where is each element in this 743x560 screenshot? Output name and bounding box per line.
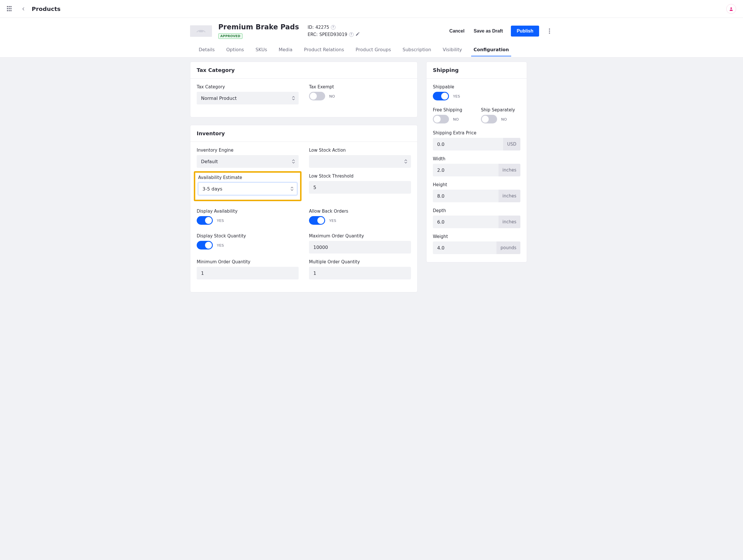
display-stock-label: Display Stock Quantity: [197, 233, 299, 239]
breadcrumb[interactable]: Products: [32, 5, 60, 12]
tab-media[interactable]: Media: [278, 43, 293, 57]
tab-skus[interactable]: SKUs: [255, 43, 267, 57]
tax-exempt-state: NO: [329, 94, 335, 98]
extra-price-label: Shipping Extra Price: [433, 130, 520, 136]
tab-subscription[interactable]: Subscription: [402, 43, 432, 57]
erc-value: SPEED93019: [319, 32, 347, 37]
display-stock-toggle[interactable]: [197, 241, 213, 249]
width-unit: inches: [498, 164, 520, 176]
availability-estimate-label: Availability Estimate: [198, 175, 297, 180]
depth-unit: inches: [498, 216, 520, 228]
low-stock-action-select[interactable]: [309, 155, 411, 168]
height-input[interactable]: 8.0: [433, 190, 498, 202]
allow-backorders-toggle[interactable]: [309, 216, 325, 225]
ship-separately-label: Ship Separately: [481, 107, 520, 112]
min-order-input[interactable]: 1: [197, 267, 299, 279]
id-label: ID:: [308, 25, 314, 30]
extra-price-unit: USD: [503, 138, 520, 150]
tax-exempt-toggle[interactable]: [309, 92, 325, 100]
ship-separately-toggle[interactable]: [481, 115, 497, 124]
status-badge: APPROVED: [218, 33, 243, 39]
tab-options[interactable]: Options: [225, 43, 245, 57]
tax-category-card: Tax Category Tax Category Normal Product: [190, 61, 418, 118]
free-shipping-state: NO: [453, 117, 459, 122]
tax-card-title: Tax Category: [197, 67, 411, 73]
svg-point-0: [730, 7, 732, 9]
product-header: Premium Brake Pads APPROVED ID: 42275 ? …: [190, 18, 553, 42]
shippable-label: Shippable: [433, 84, 520, 90]
height-unit: inches: [498, 190, 520, 202]
tabs: DetailsOptionsSKUsMediaProduct Relations…: [0, 42, 743, 57]
save-draft-button[interactable]: Save as Draft: [473, 26, 504, 36]
product-thumbnail: [190, 25, 212, 37]
shipping-card: Shipping Shippable YES Free Shipping: [426, 61, 527, 263]
shippable-state: YES: [453, 94, 460, 98]
tab-visibility[interactable]: Visibility: [442, 43, 463, 57]
chevron-updown-icon: [292, 159, 295, 164]
depth-label: Depth: [433, 208, 520, 213]
free-shipping-label: Free Shipping: [433, 107, 472, 112]
product-title: Premium Brake Pads: [218, 23, 299, 31]
shipping-card-title: Shipping: [433, 67, 520, 73]
depth-input[interactable]: 6.0: [433, 216, 498, 228]
inventory-card: Inventory Inventory Engine Default: [190, 125, 418, 292]
max-order-label: Maximum Order Quantity: [309, 233, 411, 239]
availability-estimate-select[interactable]: 3-5 days: [198, 182, 297, 195]
width-label: Width: [433, 156, 520, 161]
inventory-card-title: Inventory: [197, 130, 411, 136]
edit-erc-icon[interactable]: [355, 32, 360, 37]
tax-category-label: Tax Category: [197, 84, 299, 90]
mult-order-label: Multiple Order Quantity: [309, 259, 411, 265]
display-availability-label: Display Availability: [197, 208, 299, 214]
allow-backorders-state: YES: [329, 219, 336, 223]
mult-order-input[interactable]: 1: [309, 267, 411, 279]
weight-unit: pounds: [496, 241, 520, 254]
tab-details[interactable]: Details: [198, 43, 215, 57]
ship-separately-state: NO: [501, 117, 507, 122]
low-stock-threshold-input[interactable]: 5: [309, 181, 411, 194]
id-value: 42275: [315, 25, 329, 30]
extra-price-input[interactable]: 0.0: [433, 138, 503, 150]
erc-label: ERC:: [308, 32, 318, 37]
topbar: Products: [0, 0, 743, 18]
weight-input[interactable]: 4.0: [433, 241, 496, 254]
publish-button[interactable]: Publish: [511, 26, 539, 37]
width-input[interactable]: 2.0: [433, 164, 498, 176]
chevron-updown-icon: [404, 159, 407, 164]
more-actions-icon[interactable]: [546, 29, 553, 34]
low-stock-threshold-label: Low Stock Threshold: [309, 174, 411, 179]
chevron-updown-icon: [291, 187, 294, 191]
min-order-label: Minimum Order Quantity: [197, 259, 299, 265]
back-arrow-icon[interactable]: [21, 6, 26, 11]
apps-grid-icon[interactable]: [7, 6, 13, 12]
availability-estimate-value: 3-5 days: [203, 186, 222, 192]
tax-exempt-label: Tax Exempt: [309, 84, 411, 90]
max-order-input[interactable]: 10000: [309, 241, 411, 253]
info-icon[interactable]: ?: [331, 25, 336, 30]
display-stock-state: YES: [217, 243, 224, 247]
inventory-engine-label: Inventory Engine: [197, 148, 299, 153]
inventory-engine-select[interactable]: Default: [197, 155, 299, 168]
chevron-updown-icon: [292, 96, 295, 100]
info-icon[interactable]: ?: [349, 32, 354, 37]
display-availability-toggle[interactable]: [197, 216, 213, 225]
display-availability-state: YES: [217, 219, 224, 223]
free-shipping-toggle[interactable]: [433, 115, 449, 124]
allow-backorders-label: Allow Back Orders: [309, 208, 411, 214]
tab-relations[interactable]: Product Relations: [304, 43, 345, 57]
shippable-toggle[interactable]: [433, 92, 449, 100]
low-stock-action-label: Low Stock Action: [309, 148, 411, 153]
tab-groups[interactable]: Product Groups: [355, 43, 392, 57]
availability-estimate-highlight: Availability Estimate 3-5 days: [194, 171, 302, 201]
height-label: Height: [433, 182, 520, 187]
cancel-button[interactable]: Cancel: [448, 26, 466, 36]
user-avatar[interactable]: [726, 4, 736, 14]
tax-category-select[interactable]: Normal Product: [197, 92, 299, 104]
inventory-engine-value: Default: [201, 159, 218, 164]
weight-label: Weight: [433, 234, 520, 239]
tax-category-value: Normal Product: [201, 96, 237, 101]
tab-configuration[interactable]: Configuration: [473, 43, 510, 57]
